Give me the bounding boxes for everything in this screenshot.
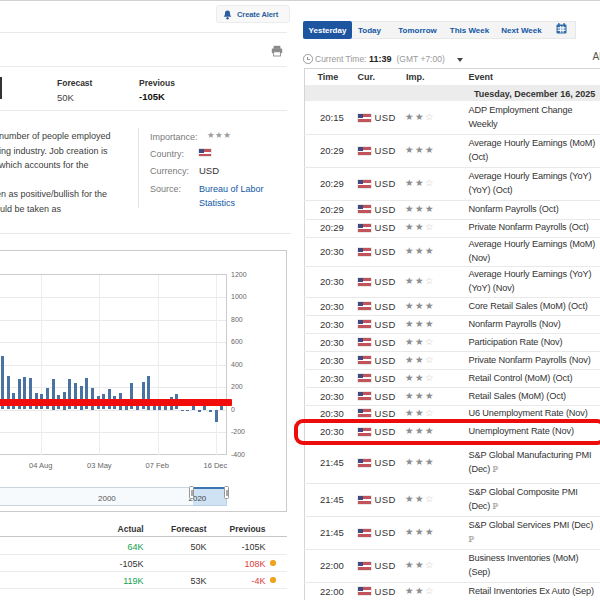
x-axis-label: 04 Aug: [29, 461, 52, 470]
tab-tomorrow[interactable]: Tomorrow: [398, 26, 437, 35]
tab-next-week[interactable]: Next Week: [501, 26, 541, 35]
tab-yesterday-label: Yesterday: [303, 26, 352, 35]
gridline: [0, 320, 226, 321]
event-currency: USD: [375, 373, 396, 384]
navigator-left-handle[interactable]: [189, 486, 194, 499]
gridline: [0, 387, 226, 388]
event-currency: USD: [375, 494, 396, 505]
history-cell: -105K: [44, 559, 144, 569]
currency-value: USD: [199, 165, 219, 176]
importance-stars: ★★★: [405, 390, 435, 401]
tab-today[interactable]: Today: [358, 26, 381, 35]
source-link-line1[interactable]: Bureau of Labor: [199, 184, 264, 194]
row-divider: [304, 483, 600, 484]
y-axis-label: 200: [231, 383, 243, 390]
divider: [0, 233, 291, 234]
event-currency: USD: [375, 222, 396, 233]
navigator-right-handle[interactable]: [224, 486, 229, 499]
event-currency: USD: [375, 276, 396, 287]
history-header-border: [0, 536, 287, 537]
printer-icon[interactable]: [271, 45, 283, 57]
row-divider: [304, 167, 600, 168]
description-line: en as positive/bullish for the: [0, 189, 107, 199]
table-top-border: [304, 68, 600, 69]
importance-stars: ★★☆: [405, 336, 435, 347]
us-flag-icon: [358, 205, 371, 213]
event-currency: USD: [375, 408, 396, 419]
row-divider: [304, 369, 600, 370]
row-divider: [304, 134, 600, 135]
event-currency: USD: [375, 301, 396, 312]
event-name: (YoY) (Nov): [469, 283, 515, 293]
forecast-label: Forecast: [57, 78, 92, 88]
create-alert-button[interactable]: Create Alert: [216, 5, 290, 23]
divider: [0, 66, 287, 67]
current-time-value: 11:39: [369, 54, 392, 64]
tab-yesterday[interactable]: Yesterday: [303, 21, 352, 39]
history-cell: -4K: [166, 576, 266, 586]
gridline: [158, 275, 159, 455]
event-time: 20:29: [320, 204, 344, 215]
row-divider: [304, 315, 600, 316]
event-time: 21:45: [320, 494, 344, 505]
event-time: 20:30: [320, 408, 344, 419]
description-line: which accounts for the: [0, 160, 89, 170]
us-flag-icon: [358, 302, 371, 310]
event-name: Average Hourly Earnings (YoY): [469, 269, 592, 279]
red-highlight-box: [294, 419, 600, 445]
us-flag-icon: [358, 147, 371, 155]
gridline: [0, 432, 226, 433]
us-flag-icon: [358, 562, 371, 570]
us-flag-icon: [358, 459, 371, 467]
gridline: [99, 275, 100, 455]
event-description: number of people employeding industry. J…: [0, 124, 137, 216]
history-row-divider: [0, 554, 287, 555]
economic-calendar-page: Create Alert Forecast 50K Previous -105K…: [0, 0, 600, 600]
us-flag-icon: [358, 338, 371, 346]
y-axis-label: 600: [231, 338, 243, 345]
gridline: [0, 365, 226, 366]
event-name: Participation Rate (Nov): [469, 337, 563, 347]
event-currency: USD: [375, 246, 396, 257]
row-divider: [304, 351, 600, 352]
event-time: 20:30: [320, 355, 344, 366]
event-time: 20:15: [320, 112, 344, 123]
event-currency: USD: [375, 145, 396, 156]
event-time: 20:30: [320, 391, 344, 402]
divider: [0, 110, 287, 111]
event-name: Average Hourly Earnings (MoM): [469, 239, 596, 249]
us-flag-icon: [358, 320, 371, 328]
calendar-icon[interactable]: [556, 23, 567, 34]
description-line: ould be taken as: [0, 204, 61, 214]
event-name: ADP Employment Change: [469, 105, 573, 115]
importance-stars: ★★☆: [405, 221, 435, 232]
date-header-label: Tuesday, December 16, 2025: [474, 89, 595, 99]
importance-label: Importance:: [150, 132, 198, 142]
chevron-down-icon[interactable]: [457, 58, 463, 62]
importance-stars: ★★☆: [405, 111, 435, 122]
importance-stars: ★★☆: [405, 493, 435, 504]
event-time: 20:29: [320, 145, 344, 156]
source-link-line2[interactable]: Statistics: [199, 198, 235, 208]
us-flag-icon: [358, 374, 371, 382]
history-cell: 108K: [166, 559, 266, 569]
y-axis-label: -200: [231, 428, 245, 435]
event-time: 20:29: [320, 222, 344, 233]
y-axis-label: 1000: [231, 293, 247, 300]
handle-ridge: [192, 490, 193, 496]
page-top-border: [0, 0, 600, 1]
create-alert-label: Create Alert: [237, 10, 278, 19]
event-time: 22:00: [320, 586, 344, 597]
event-time: 20:30: [320, 373, 344, 384]
description-line: ing industry. Job creation is: [0, 146, 107, 156]
event-name: Nonfarm Payrolls (Oct): [469, 204, 559, 214]
event-name: (Dec) ℙ: [469, 501, 499, 511]
y-axis-label: 400: [231, 361, 243, 368]
col-header-time: Time: [318, 72, 339, 82]
chart-bar: [209, 410, 212, 412]
history-row-divider: [0, 571, 287, 572]
tab-this-week[interactable]: This Week: [450, 26, 489, 35]
event-currency: USD: [375, 391, 396, 402]
x-axis-label: 16 Dec: [204, 461, 228, 470]
chart-bar: [130, 383, 133, 409]
